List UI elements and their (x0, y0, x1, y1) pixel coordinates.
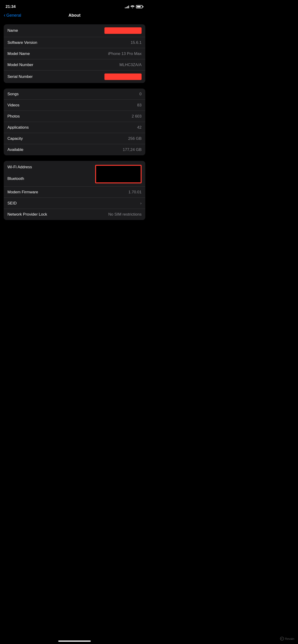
table-row: Network Provider Lock No SIM restriction… (4, 209, 145, 220)
row-value: 2 603 (132, 114, 142, 119)
row-label: Wi-Fi Address (8, 165, 32, 170)
row-value: 0 (139, 92, 142, 96)
status-icons (125, 5, 143, 8)
table-row: Name (4, 24, 145, 37)
row-label: Songs (8, 92, 19, 96)
table-row: Songs 0 (4, 88, 145, 100)
row-value: 83 (137, 103, 142, 108)
row-label: Model Name (8, 52, 30, 56)
serial-redacted (104, 74, 142, 80)
chevron-left-icon: ‹ (4, 12, 5, 18)
battery-icon (136, 5, 143, 8)
row-value: 15.6.1 (131, 40, 142, 45)
table-row[interactable]: SEID › (4, 198, 145, 209)
row-label: SEID (8, 201, 17, 206)
chevron-right-icon: › (140, 201, 142, 206)
row-value: 42 (137, 125, 142, 130)
table-row: Modem Firmware 1.70.01 (4, 186, 145, 198)
row-label: Network Provider Lock (8, 212, 47, 217)
back-label: General (6, 13, 21, 18)
row-value: MLHC3ZA/A (120, 62, 142, 67)
table-row: Available 177,24 GB (4, 144, 145, 155)
row-label: Photos (8, 114, 20, 119)
status-bar: 21:34 (0, 0, 149, 12)
row-label: Videos (8, 103, 20, 108)
row-label: Available (8, 148, 24, 152)
page-title: About (69, 13, 81, 18)
device-info-card: Name Software Version 15.6.1 Model Name … (4, 24, 145, 83)
table-row: Serial Number (4, 70, 145, 83)
status-time: 21:34 (6, 4, 16, 9)
row-value: 1.70.01 (128, 190, 142, 194)
table-row: Videos 83 (4, 100, 145, 111)
row-value: No SIM restrictions (108, 212, 142, 217)
network-info-card: Wi-Fi Address Bluetooth Modem Firmware 1… (4, 161, 145, 220)
media-info-card: Songs 0 Videos 83 Photos 2 603 Applicati… (4, 88, 145, 155)
row-label: Modem Firmware (8, 190, 38, 194)
row-label: Capacity (8, 136, 23, 141)
wifi-icon (130, 5, 135, 8)
table-row: Model Name iPhone 13 Pro Max (4, 48, 145, 59)
table-row: Model Number MLHC3ZA/A (4, 59, 145, 70)
table-row: Applications 42 (4, 122, 145, 133)
back-button[interactable]: ‹ General (4, 12, 21, 18)
name-redacted (104, 27, 142, 34)
row-value: 177,24 GB (123, 148, 142, 152)
row-label: Name (8, 28, 18, 33)
row-label: Serial Number (8, 74, 33, 79)
row-label: Applications (8, 125, 29, 130)
signal-bars-icon (125, 5, 129, 8)
wifi-bluetooth-redacted (95, 165, 142, 183)
row-value: iPhone 13 Pro Max (108, 52, 142, 56)
content: Name Software Version 15.6.1 Model Name … (0, 20, 149, 220)
nav-bar: ‹ General About (0, 12, 149, 20)
row-label: Software Version (8, 40, 37, 45)
table-row: Capacity 256 GB (4, 133, 145, 144)
table-row: Photos 2 603 (4, 111, 145, 122)
row-label: Bluetooth (8, 176, 32, 181)
row-value: 256 GB (128, 136, 142, 141)
table-row: Software Version 15.6.1 (4, 37, 145, 48)
row-label: Model Number (8, 62, 34, 67)
table-row: Wi-Fi Address Bluetooth (4, 161, 145, 186)
